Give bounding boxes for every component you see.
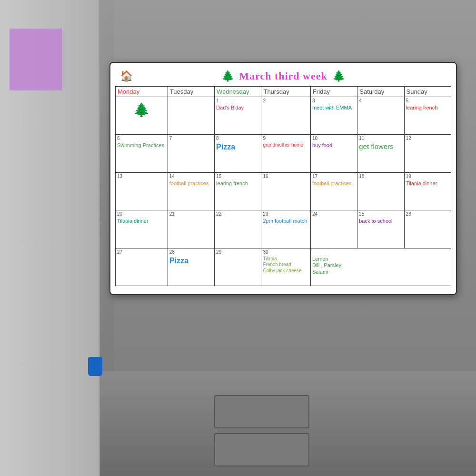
- cell-wed-w3: 15 learing french: [215, 172, 261, 210]
- cell-thu-w1: 2: [261, 97, 310, 135]
- cell-mon-w4: 20 Tilapia dinner: [116, 210, 168, 248]
- calendar-board: 🏠 🌲 March third week 🌲 Monday Tuesday We…: [109, 62, 457, 295]
- cell-wed-w2: 8 Pizza: [215, 135, 261, 172]
- cell-fri-w4: 24: [310, 210, 357, 248]
- cell-content: buy food: [312, 142, 356, 149]
- cell-sun-w1: 5 learing french: [404, 97, 451, 135]
- cell-wed-w1: 1 Dad's B'day: [215, 97, 261, 135]
- calendar-header: 🏠 🌲 March third week 🌲: [115, 68, 451, 86]
- calendar-table: Monday Tuesday Wednesday Thursday Friday…: [115, 86, 451, 286]
- kitchen-counter: [100, 371, 476, 476]
- cell-sun-w2: 12: [404, 135, 451, 172]
- cell-tue-w1: [168, 97, 214, 135]
- cell-fri-w2: 10 buy food: [310, 135, 357, 172]
- table-row: 🌲 1 Dad's B'day 2 3 meet with EMMA 4 5 l…: [116, 97, 451, 135]
- blue-pot: [88, 357, 102, 376]
- cell-content: football practices: [169, 180, 213, 187]
- cell-mon-w3: 13: [116, 172, 168, 210]
- cell-content: grandmother home: [263, 142, 308, 149]
- drawer-top: [214, 395, 309, 428]
- tree-decoration: 🌲: [117, 102, 166, 118]
- cell-thu-w2: 9 grandmother home: [261, 135, 310, 172]
- cell-mon-w1: 🌲: [116, 97, 168, 135]
- tree-icon-left: 🌲: [221, 70, 234, 82]
- table-row: 13 14 football practices 15 learing fren…: [116, 172, 451, 210]
- header-friday: Friday: [310, 87, 357, 97]
- cell-sat-w1: 4: [357, 97, 404, 135]
- cell-sun-w4: 26: [404, 210, 451, 248]
- cell-content: get flowers: [359, 142, 402, 151]
- header-tuesday: Tuesday: [168, 87, 214, 97]
- cell-sun-w3: 19 Tilapia dinner: [404, 172, 451, 210]
- cell-content: football practices: [312, 180, 356, 187]
- cell-tue-w4: 21: [168, 210, 214, 248]
- table-row: 27 28 Pizza 29 30 TilapiaFrench breadCol…: [116, 248, 451, 286]
- cell-sat-w4: 25 back to school: [357, 210, 404, 248]
- cell-sat-w3: 18: [357, 172, 404, 210]
- cell-thu-w3: 16: [261, 172, 310, 210]
- cell-content: back to school: [359, 218, 402, 225]
- cell-content: Pizza: [216, 142, 259, 152]
- cell-tue-w5: 28 Pizza: [168, 248, 214, 286]
- table-row: 6 Swimming Practices 7 8 Pizza 9 grandmo…: [116, 135, 451, 172]
- cell-content: Tilapia dinner: [406, 180, 449, 187]
- cell-content: meet with EMMA: [312, 105, 356, 111]
- cell-mon-w5: 27: [116, 248, 168, 286]
- cell-content: Dad's B'day: [216, 105, 259, 111]
- cell-content: learing french: [406, 105, 449, 111]
- cell-content: Tilapia dinner: [117, 218, 166, 225]
- cell-tue-w3: 14 football practices: [168, 172, 214, 210]
- drawer-bottom: [214, 433, 309, 466]
- cell-thu-w4: 23 2pm football match: [261, 210, 310, 248]
- purple-decoration: [10, 29, 62, 90]
- cell-content: TilapiaFrench breadColby jack cheese: [263, 256, 308, 274]
- cell-content: Pizza: [169, 256, 213, 266]
- day-headers-row: Monday Tuesday Wednesday Thursday Friday…: [116, 87, 451, 97]
- header-thursday: Thursday: [261, 87, 310, 97]
- cell-wed-w4: 22: [215, 210, 261, 248]
- house-icon: 🏠: [120, 70, 133, 82]
- header-sunday: Sunday: [404, 87, 451, 97]
- cell-last-w5: LemonDill , ParsleySalami: [310, 248, 451, 286]
- header-saturday: Saturday: [357, 87, 404, 97]
- tree-icon-right: 🌲: [332, 70, 345, 82]
- cell-fri-w3: 17 football practices: [310, 172, 357, 210]
- cell-sat-w2: 11 get flowers: [357, 135, 404, 172]
- calendar-title: March third week: [239, 70, 327, 82]
- cell-content: Swimming Practices: [117, 142, 166, 149]
- header-monday: Monday: [116, 87, 168, 97]
- cell-tue-w2: 7: [168, 135, 214, 172]
- cell-wed-w5: 29: [215, 248, 261, 286]
- cell-thu-w5: 30 TilapiaFrench breadColby jack cheese: [261, 248, 310, 286]
- cell-content: LemonDill , ParsleySalami: [312, 256, 449, 276]
- calendar-body: 🌲 1 Dad's B'day 2 3 meet with EMMA 4 5 l…: [116, 97, 451, 286]
- cell-mon-w2: 6 Swimming Practices: [116, 135, 168, 172]
- header-wednesday: Wednesday: [215, 87, 261, 97]
- cell-content: learing french: [216, 180, 259, 187]
- left-wall: [0, 0, 100, 476]
- table-row: 20 Tilapia dinner 21 22 23 2pm football …: [116, 210, 451, 248]
- cell-content: 2pm football match: [263, 218, 308, 225]
- cell-fri-w1: 3 meet with EMMA: [310, 97, 357, 135]
